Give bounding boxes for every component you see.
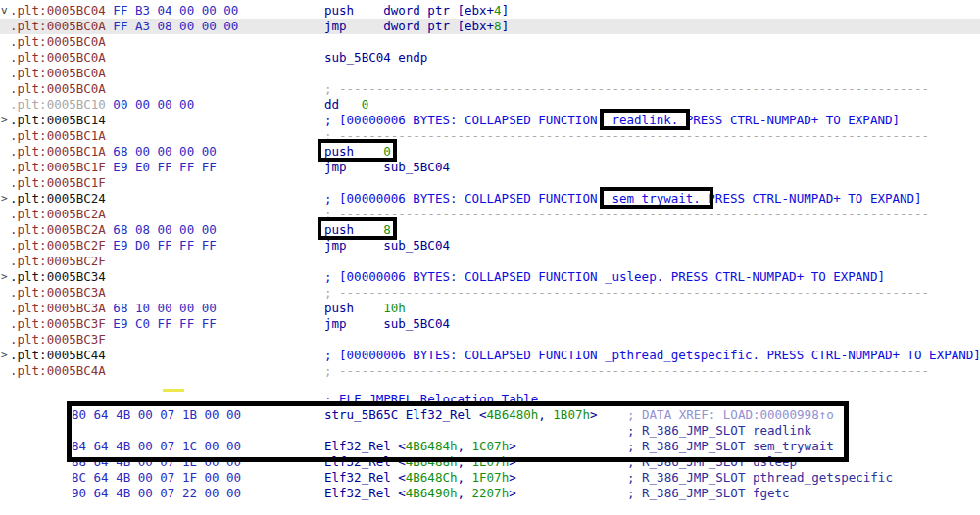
instruction-text: , [457,486,471,500]
address-prefix: .plt:0005BC2F [10,254,106,268]
disassembly-text: jmp sub_5BC04 [324,316,450,332]
symbol-name[interactable]: sub_5BC04 [324,50,391,65]
disassembly-text: ; --------------------------------------… [324,363,929,379]
symbol-name[interactable]: sub_5BC04 [383,316,450,331]
disassembly-text: ; [00000006 BYTES: COLLAPSED FUNCTION _u… [324,269,885,285]
asm-line[interactable]: .plt:0005BC1F [0,175,980,191]
byte-values: FF A3 08 00 00 00 [106,19,238,33]
address-prefix: .plt:0005BC3F [10,332,106,347]
asm-line[interactable]: >.plt:0005BC24; [00000006 BYTES: COLLAPS… [0,191,980,207]
disassembly-text: push dword ptr [ebx+4] [324,3,509,19]
asm-line[interactable]: .plt:0005BC0A [0,34,980,50]
number-literal: 4 [494,3,502,18]
asm-line[interactable]: .plt:0005BC4A; -------------------------… [0,363,980,379]
ida-listing-view: v.plt:0005BC04 FF B3 04 00 00 00push dwo… [0,0,980,515]
instruction-text: dword ptr [ebx+ [383,3,494,18]
fold-expanded-icon[interactable]: v [1,3,8,19]
asm-line[interactable]: >.plt:0005BC14; [00000006 BYTES: COLLAPS… [0,113,980,128]
slot-comment: ; R_386_JMP_SLOT pthread_getspecific [627,470,893,485]
address-prefix: .plt:0005BC0A [10,50,106,65]
byte-values: FF B3 04 00 00 00 [106,3,238,18]
asm-line[interactable]: .plt:0005BC1A 68 00 00 00 00push 0 [0,144,980,160]
instruction-text: > [509,486,516,500]
asm-line[interactable]: .plt:0005BC0A; -------------------------… [0,81,980,97]
address-prefix: .plt:0005BC3A [10,301,106,315]
asm-line[interactable]: .plt:0005BC0Asub_5BC04 endp [0,50,980,66]
comment-text: ; [00000006 BYTES: COLLAPSED FUNCTION _p… [324,348,980,362]
separator-comment: ; --------------------------------------… [324,285,929,300]
byte-values: 68 00 00 00 00 [106,144,217,159]
byte-values: 68 10 00 00 00 [106,301,217,315]
instruction-text: push [324,301,383,315]
disassembly-text: ; --------------------------------------… [324,207,929,222]
byte-values: 00 00 00 00 [106,97,194,112]
fold-collapsed-icon[interactable]: > [1,269,8,285]
byte-values: 68 08 00 00 00 [106,222,217,237]
address-prefix: .plt:0005BC1F [10,160,106,174]
instruction-text: jmp [324,19,383,33]
symbol-name[interactable]: sub_5BC04 [383,238,450,253]
asm-line[interactable]: .plt:0005BC2F [0,254,980,269]
reloc-line[interactable]: 90 64 4B 00 07 22 00 00Elf32_Rel <4B6490… [0,486,980,501]
instruction-text: endp [391,50,428,65]
disassembly-text: ; --------------------------------------… [324,285,929,301]
symbol-name[interactable]: sub_5BC04 [383,160,450,174]
asm-line[interactable]: v.plt:0005BC04 FF B3 04 00 00 00push dwo… [0,3,980,19]
asm-line[interactable]: .plt:0005BC3A 68 10 00 00 00push 10h [0,301,980,316]
relocation-entry-text: Elf32_Rel <4B6490h, 2207h> [324,486,516,501]
instruction-text: jmp [324,316,383,331]
number-literal: 0 [362,97,369,112]
number-literal: 2207h [472,486,510,500]
fold-collapsed-icon[interactable]: > [1,113,8,128]
asm-line[interactable]: .plt:0005BC1F E9 E0 FF FF FFjmp sub_5BC0… [0,160,980,175]
asm-line[interactable]: .plt:0005BC2F E9 D0 FF FF FFjmp sub_5BC0… [0,238,980,254]
address-prefix: .plt:0005BC2F [10,238,106,253]
address-prefix: .plt:0005BC3A [10,285,106,300]
number-literal: 4B648Ch [406,470,458,485]
instruction-text: Elf32_Rel < [324,486,406,500]
asm-line[interactable]: .plt:0005BC3F E9 C0 FF FF FFjmp sub_5BC0… [0,316,980,332]
asm-line[interactable]: >.plt:0005BC34; [00000006 BYTES: COLLAPS… [0,269,980,285]
address-prefix: .plt:0005BC04 [10,3,106,18]
asm-line[interactable]: .plt:0005BC1A; -------------------------… [0,128,980,144]
fold-collapsed-icon[interactable]: > [1,191,8,207]
slot-comment: ; R_386_JMP_SLOT fgetc [627,486,790,500]
comment-text: ; [00000006 BYTES: COLLAPSED FUNCTION _u… [324,269,885,284]
asm-line[interactable]: .plt:0005BC2A; -------------------------… [0,207,980,222]
address-prefix: .plt:0005BC1A [10,128,106,143]
disassembly-text: sub_5BC04 endp [324,50,427,66]
comment-column: ; R_386_JMP_SLOT fgetc [627,486,790,501]
asm-line[interactable]: .plt:0005BC3A; -------------------------… [0,285,980,301]
asm-line[interactable]: .plt:0005BC2A 68 08 00 00 00push 8 [0,222,980,238]
byte-values: 8C 64 4B 00 07 1F 00 00 [72,470,241,486]
asm-line[interactable]: .plt:0005BC3F [0,332,980,348]
reloc-line[interactable]: 8C 64 4B 00 07 1F 00 00Elf32_Rel <4B648C… [0,470,980,486]
disassembly-text: jmp dword ptr [ebx+8] [324,19,509,34]
asm-line[interactable]: >.plt:0005BC44; [00000006 BYTES: COLLAPS… [0,348,980,363]
separator-comment: ; --------------------------------------… [324,81,929,96]
disassembly-text: push 10h [324,301,406,316]
number-literal: 8 [494,19,502,33]
annotation-box-readlink-label [600,109,690,130]
instruction-text: jmp [324,160,383,174]
annotation-box-push-8 [318,217,397,240]
comment-column: ; R_386_JMP_SLOT pthread_getspecific [627,470,893,486]
number-literal: 1F07h [472,470,510,485]
separator-comment: ; --------------------------------------… [324,207,929,221]
address-prefix: .plt:0005BC1A [10,144,106,159]
instruction-text: > [509,470,516,485]
annotation-box-sem-trywait-label [600,187,713,209]
separator-comment: ; --------------------------------------… [324,363,929,378]
number-literal: 10h [383,301,406,315]
fold-collapsed-icon[interactable]: > [1,348,8,363]
address-prefix: .plt:0005BC1F [10,175,106,190]
byte-values: 90 64 4B 00 07 22 00 00 [72,486,241,501]
asm-line[interactable]: .plt:0005BC10 00 00 00 00dd 0 [0,97,980,113]
disassembly-text: dd 0 [324,97,368,113]
byte-values: E9 C0 FF FF FF [106,316,217,331]
asm-line[interactable]: .plt:0005BC0A FF A3 08 00 00 00jmp dword… [0,19,980,34]
instruction-text: dd [324,97,362,112]
address-prefix: .plt:0005BC10 [10,97,106,112]
disassembly-text: jmp sub_5BC04 [324,160,450,175]
asm-line[interactable]: .plt:0005BC0A [0,66,980,81]
